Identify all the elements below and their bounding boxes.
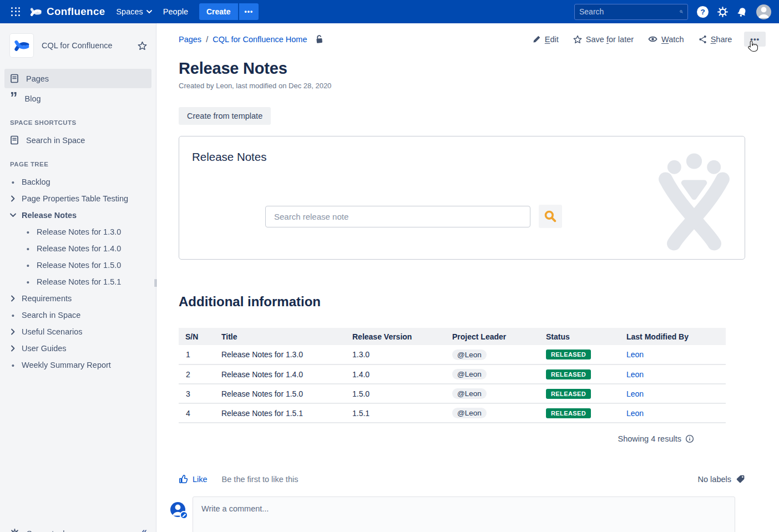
user-avatar[interactable] [756,4,771,19]
save-for-later-button[interactable]: Save for later [573,35,634,44]
cell-project-leader: @Leon [446,384,539,403]
help-icon[interactable]: ? [697,6,709,18]
sidebar-item-label: Blog [25,94,41,103]
tree-item[interactable]: User Guides [0,340,156,357]
app-switcher-button[interactable] [8,3,26,21]
watch-button[interactable]: Watch [648,35,684,44]
column-header: Release Version [346,328,446,345]
favorite-star-icon[interactable] [138,41,147,50]
tree-item-label: Release Notes for 1.4.0 [37,244,121,253]
page-content: Pages / CQL for Confluence Home EditSave… [157,23,779,532]
table-row: 2Release Notes for 1.4.01.4.0@LeonRELEAS… [179,364,726,384]
labels-text: No labels [698,475,731,484]
chevron-right-icon[interactable] [11,328,16,335]
tree-item[interactable]: •Release Notes for 1.3.0 [0,224,156,240]
spaces-menu[interactable]: Spaces [110,3,157,21]
comment-input[interactable]: Write a comment... [193,496,735,532]
sidebar-item-label: Pages [26,74,49,83]
breadcrumb-link-pages[interactable]: Pages [179,35,201,44]
tree-item[interactable]: Page Properties Table Testing [0,190,156,207]
project-leader-chip[interactable]: @Leon [452,408,487,418]
sidebar-item-blog[interactable]: ” Blog [4,89,151,108]
app-grid-icon [11,7,21,17]
tree-item[interactable]: Requirements [0,290,156,307]
spaces-label: Spaces [116,7,143,16]
global-search-box[interactable] [574,4,688,20]
sidebar-item-label: Search in Space [26,136,85,145]
search-icon [680,7,683,16]
page-tree-header: PAGE TREE [0,150,156,171]
info-icon[interactable] [685,434,694,443]
people-label: People [163,7,188,16]
tree-item[interactable]: •Backlog [0,174,156,190]
space-logo-icon[interactable] [10,34,33,57]
people-link[interactable]: People [158,3,194,21]
share-button[interactable]: Share [699,35,732,44]
tree-item[interactable]: •Release Notes for 1.5.1 [0,273,156,290]
tree-item[interactable]: Release Notes [0,207,156,224]
global-search-input[interactable] [579,7,680,16]
tree-item-label: Release Notes for 1.5.0 [37,261,121,270]
like-button[interactable]: Like [179,474,208,484]
tree-item[interactable]: •Search in Space [0,307,156,323]
tree-item-label: Release Notes for 1.3.0 [37,227,121,236]
release-notes-panel: Release Notes [179,136,745,260]
release-note-search-button[interactable] [539,205,562,228]
unlocked-padlock-icon[interactable] [315,34,325,44]
bullet-marker: • [11,311,16,320]
column-header: Project Leader [446,328,539,345]
tree-item-label: Page Properties Table Testing [22,194,128,203]
tree-item-label: User Guides [22,344,67,353]
breadcrumb-link-space-home[interactable]: CQL for Confluence Home [213,35,307,44]
tree-item[interactable]: Useful Scenarios [0,323,156,340]
chevron-right-icon[interactable] [11,195,16,202]
bullet-marker: • [26,244,31,254]
blog-quote-icon: ” [10,95,18,103]
page-byline: Created by Leon, last modified on Dec 28… [179,82,779,90]
tree-item[interactable]: •Weekly Summary Report [0,357,156,373]
sidebar-item-pages[interactable]: Pages [4,69,151,88]
last-modified-by-link[interactable]: Leon [626,350,644,359]
gear-icon [10,529,19,532]
sidebar-collapse-icon[interactable]: « [142,526,147,532]
chevron-down-icon[interactable] [11,212,16,219]
tree-item[interactable]: •Release Notes for 1.5.0 [0,257,156,273]
project-leader-chip[interactable]: @Leon [452,369,487,379]
cell-project-leader: @Leon [446,403,539,423]
create-more-button[interactable]: ••• [239,3,259,20]
breadcrumb-separator: / [206,35,208,44]
sidebar-resize-handle[interactable]: ∥ [154,278,157,287]
tree-item-label: Release Notes for 1.5.1 [37,277,121,286]
chevron-right-icon[interactable] [11,295,16,302]
labels-button[interactable]: No labels [698,474,745,484]
page-actions: EditSave for laterWatchShare [533,35,732,44]
status-badge: RELEASED [546,369,591,379]
page-icon [10,135,19,145]
space-header: CQL for Confluence [0,23,156,68]
space-name[interactable]: CQL for Confluence [42,41,113,50]
action-label: Share [711,35,732,44]
last-modified-by-link[interactable]: Leon [626,389,644,398]
share-icon [699,35,707,44]
last-modified-by-link[interactable]: Leon [626,409,644,418]
confluence-home-link[interactable]: Confluence [26,6,110,18]
sidebar-item-search-in-space[interactable]: Search in Space [4,130,151,150]
create-from-template-button[interactable]: Create from template [179,107,271,125]
settings-gear-icon[interactable] [717,7,728,17]
project-leader-chip[interactable]: @Leon [452,349,487,360]
last-modified-by-link[interactable]: Leon [626,370,644,379]
page-more-button[interactable]: ••• [744,32,766,47]
status-badge: RELEASED [546,408,591,418]
edit-button[interactable]: Edit [533,35,559,44]
bullet-marker: • [26,261,31,270]
project-leader-chip[interactable]: @Leon [452,388,487,399]
create-button[interactable]: Create [199,3,238,20]
chevron-right-icon[interactable] [11,345,16,352]
space-tools-button[interactable]: Space tools [10,529,69,532]
jira-watermark-logo [654,153,735,253]
cell-release-version: 1.3.0 [346,345,446,364]
tree-item[interactable]: •Release Notes for 1.4.0 [0,240,156,257]
notifications-bell-icon[interactable] [737,7,747,17]
release-note-search-input[interactable] [265,206,530,227]
tag-icon [736,474,745,484]
